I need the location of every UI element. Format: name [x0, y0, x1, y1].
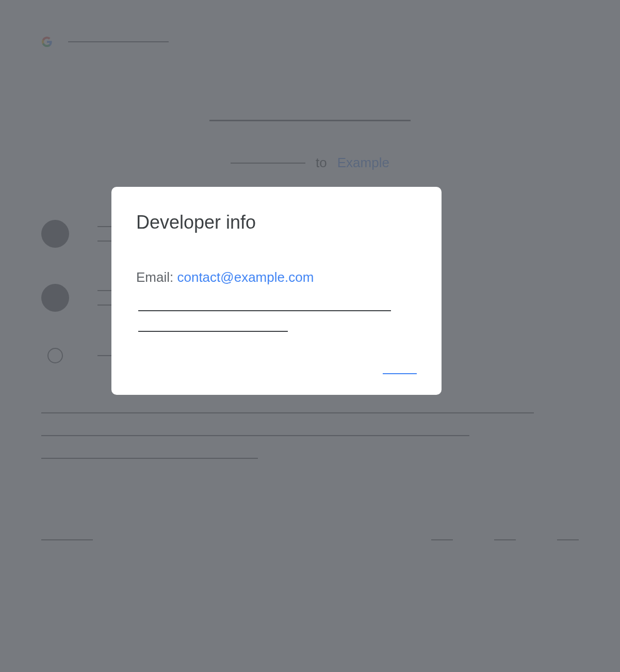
- modal-overlay[interactable]: Developer info Email: contact@example.co…: [0, 0, 620, 672]
- modal-actions: [136, 373, 417, 374]
- modal-text-placeholder: [138, 310, 391, 311]
- developer-email-row: Email: contact@example.com: [136, 269, 417, 285]
- developer-info-modal: Developer info Email: contact@example.co…: [111, 187, 442, 395]
- modal-text-placeholder: [138, 331, 288, 332]
- email-label: Email:: [136, 269, 177, 285]
- modal-title: Developer info: [136, 212, 417, 233]
- developer-email-link[interactable]: contact@example.com: [177, 269, 314, 285]
- modal-ok-button[interactable]: [383, 373, 417, 374]
